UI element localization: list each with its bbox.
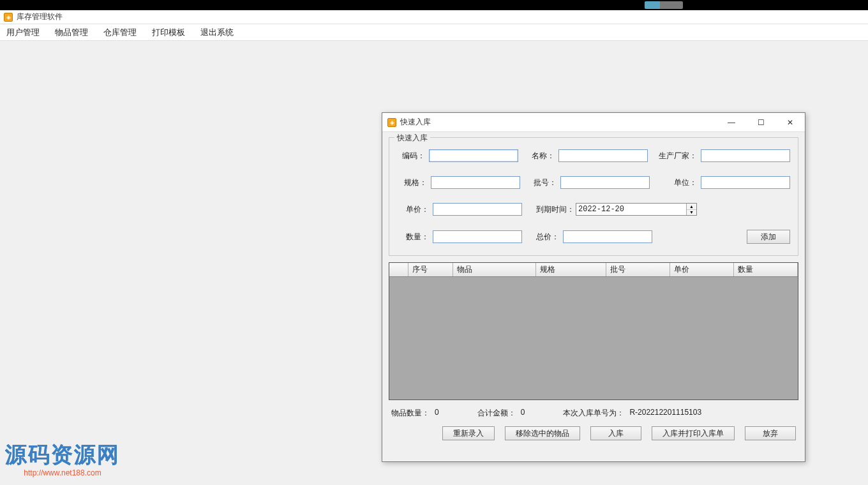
label-name: 名称：: [532, 151, 555, 161]
input-qty[interactable]: [433, 230, 522, 243]
menu-warehouse-management[interactable]: 仓库管理: [103, 27, 137, 38]
grid-header-batch[interactable]: 批号: [606, 263, 670, 276]
label-price: 单价：: [397, 204, 429, 215]
input-spec[interactable]: [431, 176, 520, 189]
close-button[interactable]: ✕: [775, 113, 805, 131]
input-unit[interactable]: [701, 176, 790, 189]
label-unit: 单位：: [661, 177, 697, 188]
input-code[interactable]: [429, 149, 518, 162]
dialog-button-row: 重新录入 移除选中的物品 入库 入库并打印入库单 放弃: [382, 424, 805, 447]
dialog-title: 快速入库: [400, 117, 431, 128]
remove-selected-button[interactable]: 移除选中的物品: [505, 426, 580, 440]
label-qty: 数量：: [397, 232, 429, 243]
desktop-topbar: [0, 0, 868, 10]
grid-header-index[interactable]: 序号: [408, 263, 453, 276]
label-total: 总价：: [536, 232, 559, 243]
reenter-button[interactable]: 重新录入: [442, 426, 495, 440]
add-button[interactable]: 添加: [747, 230, 790, 244]
input-total: [563, 230, 652, 243]
dialog-titlebar: ◈ 快速入库 — ☐ ✕: [382, 113, 805, 132]
maximize-button[interactable]: ☐: [746, 113, 775, 131]
label-manufacturer: 生产厂家：: [659, 151, 697, 161]
quick-stockin-dialog: ◈ 快速入库 — ☐ ✕ 快速入库 编码： 名称： 生产厂家： 规格： 批号：: [382, 112, 805, 462]
stockin-print-button[interactable]: 入库并打印入库单: [652, 426, 735, 440]
date-picker-expire[interactable]: ▲ ▼: [576, 203, 697, 216]
status-qty-value: 0: [435, 408, 439, 419]
status-order-label: 本次入库单号为：: [563, 408, 624, 419]
main-window-titlebar: ◈ 库存管理软件: [0, 10, 868, 24]
grid-body[interactable]: [389, 277, 798, 399]
grid-header-selector[interactable]: [389, 263, 408, 276]
grid-header-price[interactable]: 单价: [670, 263, 734, 276]
minimize-button[interactable]: —: [717, 113, 746, 131]
input-name[interactable]: [558, 149, 648, 162]
menu-print-template[interactable]: 打印模板: [152, 27, 185, 38]
input-price[interactable]: [433, 203, 522, 216]
label-batch: 批号：: [534, 177, 557, 188]
grid-header-qty[interactable]: 数量: [734, 263, 798, 276]
form-groupbox: 快速入库 编码： 名称： 生产厂家： 规格： 批号： 单位： 单价： 到期时间：: [389, 137, 798, 256]
stockin-button[interactable]: 入库: [590, 426, 641, 440]
input-expire-date[interactable]: [576, 204, 686, 215]
grid-header-spec[interactable]: 规格: [536, 263, 606, 276]
date-spin-up[interactable]: ▲: [687, 204, 696, 210]
label-expire: 到期时间：: [536, 204, 572, 215]
input-manufacturer[interactable]: [701, 149, 790, 162]
status-row: 物品数量： 0 合计金额： 0 本次入库单号为： R-2022122011151…: [382, 403, 805, 424]
window-controls: — ☐ ✕: [717, 113, 805, 131]
main-window-title: 库存管理软件: [17, 11, 63, 22]
dialog-icon: ◈: [387, 118, 396, 127]
app-icon: ◈: [4, 13, 13, 22]
status-total-label: 合计金额：: [477, 408, 516, 419]
menubar: 用户管理 物品管理 仓库管理 打印模板 退出系统: [0, 24, 868, 41]
date-spinner: ▲ ▼: [686, 204, 696, 215]
menu-item-management[interactable]: 物品管理: [55, 27, 88, 38]
status-order-value: R-202212201115103: [629, 408, 701, 419]
grid-header-item[interactable]: 物品: [453, 263, 536, 276]
label-spec: 规格：: [397, 177, 427, 188]
status-total-value: 0: [521, 408, 525, 419]
topbar-indicator: [645, 1, 683, 9]
grid-header: 序号 物品 规格 批号 单价 数量: [389, 263, 798, 277]
status-qty-label: 物品数量：: [391, 408, 430, 419]
label-code: 编码：: [397, 151, 425, 161]
groupbox-label: 快速入库: [394, 133, 430, 144]
input-batch[interactable]: [560, 176, 650, 189]
menu-exit-system[interactable]: 退出系统: [200, 27, 234, 38]
discard-button[interactable]: 放弃: [745, 426, 796, 440]
menu-user-management[interactable]: 用户管理: [6, 27, 40, 38]
date-spin-down[interactable]: ▼: [687, 210, 696, 216]
items-grid[interactable]: 序号 物品 规格 批号 单价 数量: [389, 262, 798, 400]
